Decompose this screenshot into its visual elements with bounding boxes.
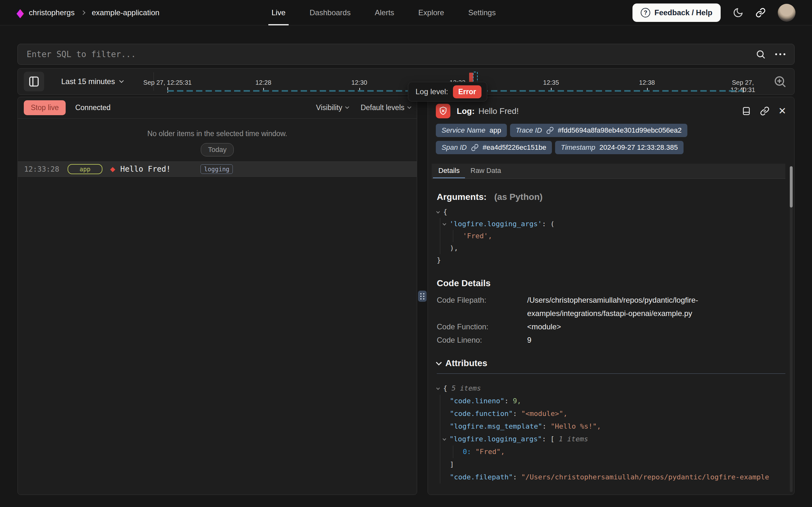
code-lineno-value: 9 (527, 333, 531, 347)
timestamp-label: Timestamp (561, 144, 596, 152)
tree-line[interactable]: "logfire.logging_args": [ 1 items (450, 433, 785, 445)
error-level-badge: Error (453, 86, 482, 98)
logfire-logo-icon[interactable]: ◆ (16, 7, 24, 19)
connection-status: Connected (75, 103, 110, 112)
log-level-tooltip: Log level: Error (408, 82, 487, 102)
log-detail-panel: Log: Hello Fred! ✕ Service Name app Trac… (428, 97, 795, 495)
service-name-pill: Service Name app (436, 124, 507, 137)
link-icon (546, 127, 554, 134)
default-levels-dropdown[interactable]: Default levels (361, 103, 411, 112)
arguments-value: 'Fred', (463, 232, 492, 240)
service-name-value: app (489, 126, 501, 134)
attributes-section: Attributes { 5 items "code.lineno": 9, "… (437, 358, 785, 484)
top-navbar: ◆ christophergs example-application Live… (0, 0, 812, 25)
detail-content: Arguments:(as Python) { 'logfire.logging… (428, 179, 794, 484)
sidebar-panel-icon (27, 74, 40, 89)
search-icon (756, 49, 766, 59)
tree-line: "code.function": "<module>", (450, 407, 785, 420)
nav-tab-dashboards[interactable]: Dashboards (306, 0, 354, 25)
timeline-tick: 12:28 (255, 79, 271, 86)
tree-line: ] (450, 458, 785, 471)
live-panel-header: Stop live Connected Visibility Default l… (18, 97, 417, 119)
detail-title: Hello Fred! (478, 106, 519, 116)
error-shield-badge (436, 104, 450, 118)
empty-state-message: No older items in the selected time wind… (147, 129, 287, 138)
nav-tab-live[interactable]: Live (268, 0, 289, 25)
timeline-tick: 12:35 (543, 79, 559, 86)
timestamp-value: 2024-09-27 12:33:28.385 (600, 144, 678, 152)
service-name-label: Service Name (442, 126, 485, 134)
timestamp-pill: Timestamp 2024-09-27 12:33:28.385 (555, 141, 684, 154)
tree-line[interactable]: 'logfire.logging_args': ( (450, 218, 785, 230)
trace-id-label: Trace ID (516, 126, 542, 134)
tab-raw-data[interactable]: Raw Data (465, 164, 507, 178)
tab-details[interactable]: Details (433, 164, 465, 178)
main-nav: Live Dashboards Alerts Explore Settings (268, 0, 499, 25)
scrollbar-thumb[interactable] (790, 166, 793, 208)
tree-line[interactable]: { (437, 206, 785, 218)
timeline-zoom-button[interactable] (773, 75, 787, 88)
attributes-heading[interactable]: Attributes (437, 358, 785, 369)
tree-line: } (437, 254, 785, 266)
ellipsis-icon (775, 53, 777, 55)
breadcrumb: ◆ christophergs example-application (16, 0, 160, 25)
sidebar-toggle-button[interactable] (24, 72, 44, 92)
arguments-mode: (as Python) (494, 192, 542, 202)
trace-id-value: #fdd5694a8fa98eb4e301d99ebc056ea2 (558, 126, 682, 134)
tooltip-label: Log level: (416, 87, 448, 96)
nav-tab-alerts[interactable]: Alerts (371, 0, 397, 25)
time-range-label: Last 15 minutes (61, 77, 115, 86)
close-panel-button[interactable]: ✕ (778, 106, 786, 116)
moon-icon (733, 7, 744, 18)
span-id-pill[interactable]: Span ID #ea4d5f226ec151be (436, 141, 552, 154)
tree-line: "code.filepath": "/Users/christophersami… (450, 471, 785, 484)
sql-filter-input[interactable] (27, 50, 746, 59)
chevron-down-icon (407, 105, 412, 109)
default-levels-label: Default levels (361, 103, 404, 112)
link-icon (756, 8, 766, 18)
today-button[interactable]: Today (201, 143, 234, 156)
shield-x-icon (438, 106, 448, 116)
visibility-dropdown[interactable]: Visibility (316, 103, 349, 112)
breadcrumb-org[interactable]: christophergs (29, 8, 74, 17)
sql-filter-bar (17, 44, 795, 65)
dock-panel-button[interactable] (742, 106, 751, 116)
stop-live-button[interactable]: Stop live (24, 100, 66, 115)
detail-tabs: Details Raw Data (432, 164, 785, 179)
link-icon (471, 144, 479, 151)
arguments-key: 'logfire.logging_args' (449, 220, 542, 228)
scrollbar[interactable] (790, 166, 793, 492)
arguments-tree: { 'logfire.logging_args': ( 'Fred', ), } (437, 206, 785, 266)
service-badge[interactable]: app (68, 164, 103, 174)
search-button[interactable] (756, 49, 766, 59)
share-link-button[interactable] (756, 8, 766, 18)
copy-link-button[interactable] (760, 106, 769, 116)
trace-id-pill[interactable]: Trace ID #fdd5694a8fa98eb4e301d99ebc056e… (510, 124, 687, 137)
dock-bottom-icon (742, 106, 751, 116)
span-id-label: Span ID (442, 144, 467, 152)
nav-tab-explore[interactable]: Explore (415, 0, 447, 25)
filepath-truncated-value: "/Users/christophersamiullah/repos/pydan… (521, 473, 769, 481)
dark-mode-toggle[interactable] (733, 7, 744, 18)
code-function-label: Code Function: (437, 320, 527, 333)
nav-tab-settings[interactable]: Settings (465, 0, 499, 25)
more-options-button[interactable] (775, 53, 785, 55)
time-range-select[interactable]: Last 15 minutes (61, 68, 123, 95)
panel-resize-handle[interactable] (418, 291, 427, 302)
tree-line: 'Fred', (463, 230, 785, 242)
timeline-tick: 12:30 (352, 79, 367, 86)
logging-tag[interactable]: logging (200, 164, 233, 174)
feedback-help-button[interactable]: ? Feedback / Help (632, 3, 721, 22)
breadcrumb-project[interactable]: example-application (92, 8, 159, 17)
user-avatar[interactable] (778, 4, 796, 21)
link-icon (760, 106, 769, 116)
collapse-chevron-icon (442, 222, 446, 225)
tree-line: 0: "Fred", (463, 445, 785, 458)
navbar-actions: ? Feedback / Help (632, 0, 796, 25)
log-row-selected[interactable]: 12:33:28 app ◆ Hello Fred! logging (18, 162, 417, 177)
chevron-down-icon (436, 359, 442, 365)
code-filepath-row: Code Filepath: /Users/christophersamiull… (437, 293, 785, 320)
tree-line[interactable]: { 5 items (437, 382, 785, 395)
code-lineno-row: Code Lineno: 9 (437, 333, 785, 347)
detail-title-prefix: Log: (457, 106, 475, 116)
